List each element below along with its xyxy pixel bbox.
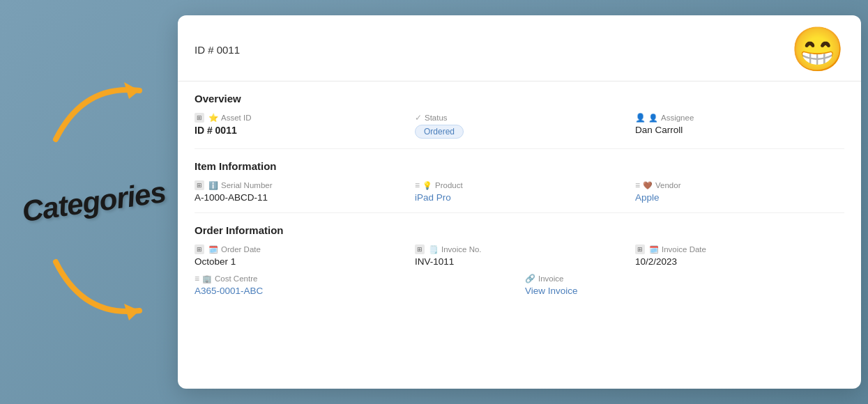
user-icon: 👤	[635, 113, 646, 123]
invoice-link-field: 🔗 Invoice View Invoice	[525, 274, 844, 296]
lines-icon2: ≡	[635, 180, 640, 190]
lines-icon: ≡	[415, 180, 420, 190]
cost-centre-field: ≡ 🏢 Cost Centre A365-0001-ABC	[195, 274, 514, 296]
assignee-icon2: 👤	[648, 114, 658, 123]
vendor-label: ≡ 🤎 Vendor	[635, 180, 844, 190]
product-value[interactable]: iPad Pro	[415, 192, 624, 203]
cost-centre-label: ≡ 🏢 Cost Centre	[195, 274, 514, 283]
invoice-date-field: ⊞ 🗓️ Invoice Date 10/2/2023	[635, 244, 844, 267]
overview-fields-row: ⊞ ⭐ Asset ID ID # 0011 ✓ Status Ordered	[195, 113, 844, 139]
cost-centre-emoji: 🏢	[202, 274, 212, 283]
asset-id-emoji: ⭐	[208, 113, 218, 123]
invoice-emoji: 🗒️	[429, 245, 439, 254]
assignee-label: 👤 👤 Assignee	[635, 113, 844, 123]
card-body: Overview ⊞ ⭐ Asset ID ID # 0011 ✓ Status	[178, 81, 861, 389]
order-date-label: ⊞ 🗓️ Order Date	[195, 244, 404, 254]
order-date-value: October 1	[195, 256, 404, 267]
invoice-date-emoji: 🗓️	[649, 245, 659, 254]
order-row2: ≡ 🏢 Cost Centre A365-0001-ABC 🔗 Invoice …	[195, 274, 844, 296]
detail-card: ID # 0011 😁 Overview ⊞ ⭐ Asset ID ID # 0…	[178, 15, 861, 389]
serial-number-label: ⊞ ℹ️ Serial Number	[195, 180, 404, 190]
order-row1: ⊞ 🗓️ Order Date October 1 ⊞ 🗒️ Invoice N…	[195, 244, 844, 267]
card-header: ID # 0011 😁	[178, 15, 861, 81]
invoice-no-value: INV-1011	[415, 256, 624, 267]
assignee-field: 👤 👤 Assignee Dan Carroll	[635, 113, 844, 139]
item-information-title: Item Information	[195, 160, 844, 172]
vendor-emoji: 🤎	[643, 181, 653, 190]
status-field: ✓ Status Ordered	[415, 113, 624, 139]
status-label: ✓ Status	[415, 113, 624, 123]
item-information-section: Item Information ⊞ ℹ️ Serial Number A-10…	[195, 149, 844, 213]
calendar-emoji: 🗓️	[208, 245, 218, 254]
product-emoji: 💡	[422, 181, 432, 190]
order-date-field: ⊞ 🗓️ Order Date October 1	[195, 244, 404, 267]
vendor-field: ≡ 🤎 Vendor Apple	[635, 180, 844, 203]
grid-icon3: ⊞	[195, 244, 204, 254]
asset-id-value: ID # 0011	[195, 125, 404, 136]
serial-emoji: ℹ️	[208, 181, 218, 190]
link-icon: 🔗	[525, 274, 535, 283]
order-information-title: Order Information	[195, 224, 844, 236]
serial-number-value: A-1000-ABCD-11	[195, 192, 404, 203]
overview-section: Overview ⊞ ⭐ Asset ID ID # 0011 ✓ Status	[195, 81, 844, 149]
asset-id-label: ⊞ ⭐ Asset ID	[195, 113, 404, 123]
product-label: ≡ 💡 Product	[415, 180, 624, 190]
grid-icon2: ⊞	[195, 180, 204, 190]
invoice-no-field: ⊞ 🗒️ Invoice No. INV-1011	[415, 244, 624, 267]
vendor-value[interactable]: Apple	[635, 192, 844, 203]
item-fields-row: ⊞ ℹ️ Serial Number A-1000-ABCD-11 ≡ 💡 Pr…	[195, 180, 844, 203]
check-icon: ✓	[415, 113, 422, 123]
invoice-no-label: ⊞ 🗒️ Invoice No.	[415, 244, 624, 254]
serial-number-field: ⊞ ℹ️ Serial Number A-1000-ABCD-11	[195, 180, 404, 203]
asset-id-field: ⊞ ⭐ Asset ID ID # 0011	[195, 113, 404, 139]
overview-title: Overview	[195, 93, 844, 104]
lines-icon3: ≡	[195, 274, 199, 283]
emoji-icon: 😁	[791, 28, 844, 71]
record-id: ID # 0011	[195, 44, 240, 56]
assignee-value: Dan Carroll	[635, 125, 844, 135]
status-badge-value: Ordered	[415, 125, 624, 139]
status-badge: Ordered	[415, 125, 464, 139]
product-field: ≡ 💡 Product iPad Pro	[415, 180, 624, 203]
grid-icon: ⊞	[195, 113, 204, 123]
invoice-date-value: 10/2/2023	[635, 256, 844, 267]
grid-icon4: ⊞	[415, 244, 425, 254]
invoice-link-value[interactable]: View Invoice	[525, 286, 844, 296]
cost-centre-value[interactable]: A365-0001-ABC	[195, 286, 514, 296]
invoice-link-label: 🔗 Invoice	[525, 274, 844, 283]
order-information-section: Order Information ⊞ 🗓️ Order Date Octobe…	[195, 213, 844, 304]
invoice-date-label: ⊞ 🗓️ Invoice Date	[635, 244, 844, 254]
grid-icon5: ⊞	[635, 244, 645, 254]
